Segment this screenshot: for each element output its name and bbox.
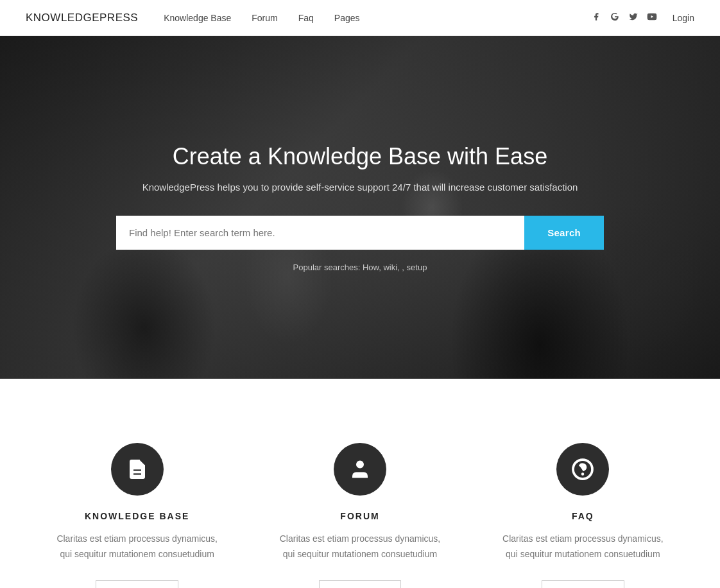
nav-item-knowledge-base[interactable]: Knowledge Base — [164, 13, 231, 23]
login-button[interactable]: Login — [673, 13, 694, 23]
feature-desc-knowledge-base: Claritas est etiam processus dynamicus, … — [51, 532, 223, 562]
search-input[interactable] — [116, 216, 524, 250]
hero-title: Create a Knowledge Base with Ease — [116, 143, 604, 170]
document-icon — [111, 443, 164, 496]
features-section: KNOWLEDGE BASE Claritas est etiam proces… — [0, 379, 720, 588]
facebook-icon[interactable] — [592, 12, 601, 23]
feature-card-forum: FORUM Claritas est etiam processus dynam… — [248, 430, 471, 588]
feature-card-knowledge-base: KNOWLEDGE BASE Claritas est etiam proces… — [26, 430, 248, 588]
feature-card-faq: FAQ Claritas est etiam processus dynamic… — [472, 430, 694, 588]
search-bar: Search — [116, 216, 604, 250]
twitter-icon[interactable] — [629, 12, 638, 23]
navbar: KNOWLEDGEPRESS Knowledge BaseForumFaqPag… — [0, 0, 720, 36]
social-links — [592, 12, 657, 24]
feature-desc-forum: Claritas est etiam processus dynamicus, … — [274, 532, 445, 562]
feature-title-faq: FAQ — [572, 511, 594, 521]
hero-section: Create a Knowledge Base with Ease Knowle… — [0, 36, 720, 379]
continue-button-forum[interactable]: CONTINUE — [319, 580, 402, 588]
search-button[interactable]: Search — [524, 216, 604, 250]
feature-desc-faq: Claritas est etiam processus dynamicus, … — [497, 532, 669, 562]
google-plus-icon[interactable] — [610, 12, 620, 24]
person-icon — [334, 443, 386, 496]
svg-point-2 — [356, 461, 364, 469]
main-nav: Knowledge BaseForumFaqPages — [164, 12, 592, 24]
nav-item-pages[interactable]: Pages — [334, 13, 360, 23]
nav-item-faq[interactable]: Faq — [298, 13, 314, 23]
site-logo[interactable]: KNOWLEDGEPRESS — [26, 12, 138, 24]
hero-content: Create a Knowledge Base with Ease Knowle… — [103, 143, 617, 272]
youtube-icon[interactable] — [647, 12, 657, 24]
feature-title-forum: FORUM — [340, 511, 379, 521]
features-grid: KNOWLEDGE BASE Claritas est etiam proces… — [26, 430, 694, 588]
feature-title-knowledge-base: KNOWLEDGE BASE — [85, 511, 189, 521]
question-icon — [556, 443, 609, 496]
hero-subtitle: KnowledgePress helps you to provide self… — [116, 182, 604, 193]
continue-button-faq[interactable]: CONTINUE — [542, 580, 624, 588]
continue-button-knowledge-base[interactable]: CONTINUE — [96, 580, 178, 588]
popular-searches: Popular searches: How, wiki, , setup — [116, 263, 604, 272]
nav-item-forum[interactable]: Forum — [252, 13, 277, 23]
